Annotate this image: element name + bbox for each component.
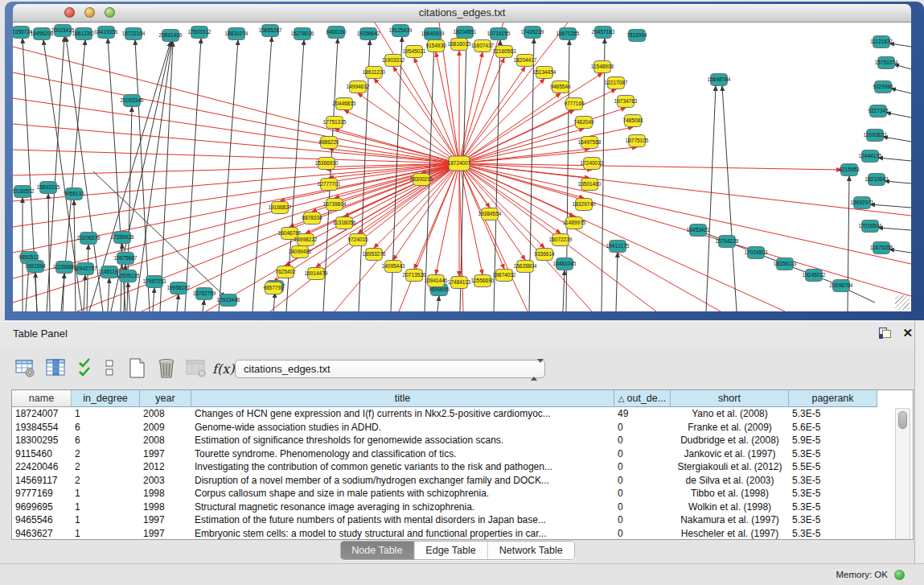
graph-node-label: 9724015 xyxy=(347,237,368,242)
graph-edge-black[interactable] xyxy=(128,282,130,311)
column-header-short[interactable]: short xyxy=(671,390,789,407)
table-row[interactable]: 2242004622012Investigating the contribut… xyxy=(12,460,913,474)
float-panel-icon[interactable] xyxy=(879,328,892,340)
graph-edge-black[interactable] xyxy=(870,204,911,208)
graph-edge-black[interactable] xyxy=(460,39,466,311)
show-columns-icon[interactable] xyxy=(45,357,69,381)
column-header-in_degree[interactable]: in_degree xyxy=(72,390,140,407)
column-header-pagerank[interactable]: pagerank xyxy=(789,390,877,407)
table-row[interactable]: 1830029562008Estimation of significance … xyxy=(12,434,913,447)
graph-node-label: 18724007 xyxy=(448,160,471,166)
select-all-columns-icon[interactable] xyxy=(77,357,101,381)
graph-node-label: 15764228 xyxy=(716,238,739,244)
graph-edge-black[interactable] xyxy=(253,37,272,311)
cell-name: 9115460 xyxy=(12,447,72,461)
graph-node-label: 15628804 xyxy=(514,263,537,269)
graph-node-label: 17359928 xyxy=(111,234,134,240)
table-vertical-scrollbar[interactable] xyxy=(895,408,910,540)
tab-edge-table[interactable]: Edge Table xyxy=(414,542,487,559)
graph-edge-red[interactable] xyxy=(459,163,841,170)
graph-node-label: 16739804 xyxy=(323,201,347,207)
graph-edge-black[interactable] xyxy=(889,43,911,47)
cell-short: Stergiakouli et al. (2012) xyxy=(671,460,789,474)
cell-name: 9699695 xyxy=(12,501,72,514)
function-builder-icon[interactable]: f(x) xyxy=(212,357,236,381)
graph-edge-red[interactable] xyxy=(13,150,459,163)
graph-node-label: 19456208 xyxy=(31,31,54,36)
column-header-name[interactable]: name xyxy=(12,390,72,407)
table-row[interactable]: 1938455462009Genome-wide association stu… xyxy=(12,421,913,435)
graph-edge-red[interactable] xyxy=(13,124,459,163)
graph-edge-black[interactable] xyxy=(563,270,565,311)
graph-edge-black[interactable] xyxy=(153,288,154,311)
graph-node-label: 9055133 xyxy=(64,191,84,196)
table-row[interactable]: 1872400712008Changes of HCN gene express… xyxy=(12,407,913,421)
graph-edge-black[interactable] xyxy=(878,158,911,161)
graph-node-label: 20098764 xyxy=(830,282,853,288)
cell-in_degree: 2 xyxy=(72,460,140,474)
cell-title: Structural magnetic resonance image aver… xyxy=(191,501,614,514)
cell-short: Franke et al. (2009) xyxy=(671,421,789,435)
table-row[interactable]: 1456911722003Disruption of a novel membe… xyxy=(12,474,913,488)
create-table-icon[interactable] xyxy=(127,357,151,381)
graph-edge-black[interactable] xyxy=(891,89,911,93)
cell-out_degree: 0 xyxy=(614,501,671,514)
table-row[interactable]: 969969511998Structural magnetic resonanc… xyxy=(12,501,913,514)
graph-node-label: 20891406 xyxy=(159,32,183,38)
graph-node-label: 19356642 xyxy=(357,31,380,36)
graph-edge-red[interactable] xyxy=(459,147,637,163)
graph-edge-black[interactable] xyxy=(177,295,179,311)
cell-pagerank: 5.3E-5 xyxy=(789,487,877,501)
cell-name: 19384554 xyxy=(12,421,72,435)
memory-status-dot[interactable] xyxy=(894,570,905,580)
table-row[interactable]: 946554611997Estimation of the future num… xyxy=(12,513,913,527)
close-panel-icon[interactable]: ✕ xyxy=(902,325,913,341)
graph-edge-red[interactable] xyxy=(459,163,574,216)
graph-node-label: 12923446 xyxy=(217,297,240,303)
graph-node-label: 16782759 xyxy=(193,290,216,296)
table-selector-dropdown[interactable]: citations_edges.txt xyxy=(235,360,545,378)
graph-edge-black[interactable] xyxy=(108,278,109,311)
graph-edge-red[interactable] xyxy=(459,108,626,163)
tab-network-table[interactable]: Network Table xyxy=(488,542,574,559)
graph-node-label: 18356113 xyxy=(774,261,797,266)
graph-edge-black[interactable] xyxy=(885,181,911,183)
tab-node-table[interactable]: Node Table xyxy=(340,542,414,559)
graph-edge-red[interactable] xyxy=(344,110,459,163)
graph-edge-black[interactable] xyxy=(185,39,201,311)
graph-edge-black[interactable] xyxy=(437,296,439,311)
graph-edge-red[interactable] xyxy=(13,98,459,163)
cell-title: Estimation of significance thresholds fo… xyxy=(191,434,614,447)
network-canvas[interactable]: 2035572419456208200234151861230714419356… xyxy=(13,23,911,311)
table-row[interactable]: 977716911998Corpus callosum shape and si… xyxy=(12,487,913,501)
table-row[interactable]: 946362711997Embryonic stem cells: a mode… xyxy=(12,527,913,541)
column-header-title[interactable]: title xyxy=(191,390,614,407)
graph-edge-black[interactable] xyxy=(87,245,88,311)
delete-table-icon[interactable] xyxy=(156,357,180,381)
graph-edge-red[interactable] xyxy=(459,163,911,296)
cell-year: 1998 xyxy=(140,501,191,514)
window-resize-grip[interactable] xyxy=(895,295,910,310)
graph-edge-black[interactable] xyxy=(886,113,911,117)
graph-node-label: 11903312 xyxy=(382,57,405,63)
graph-edge-black[interactable] xyxy=(722,86,737,311)
graph-edge-black[interactable] xyxy=(48,194,50,311)
cell-in_degree: 1 xyxy=(72,501,140,514)
table-mode-icon[interactable] xyxy=(14,357,39,381)
graph-edge-red[interactable] xyxy=(375,23,459,163)
graph-node-label: 14099481 xyxy=(289,249,312,254)
graph-edge-red[interactable] xyxy=(13,72,459,163)
scrollbar-thumb[interactable] xyxy=(898,411,907,429)
column-header-year[interactable]: year xyxy=(140,390,191,407)
column-header-out_degree[interactable]: △out_de... xyxy=(614,390,671,407)
cell-pagerank: 5.5E-5 xyxy=(789,460,877,474)
table-row[interactable]: 911546021997Tourette syndrome. Phenomeno… xyxy=(12,447,913,461)
graph-edge-red[interactable] xyxy=(459,163,911,264)
graph-edge-black[interactable] xyxy=(203,300,204,311)
unselect-all-columns-icon[interactable] xyxy=(102,357,126,381)
window-titlebar[interactable]: citations_edges.txt xyxy=(13,4,911,23)
graph-edge-red[interactable] xyxy=(459,163,528,311)
graph-edge-black[interactable] xyxy=(878,228,911,230)
graph-edge-black[interactable] xyxy=(883,137,911,142)
delete-column-icon[interactable] xyxy=(185,357,209,381)
